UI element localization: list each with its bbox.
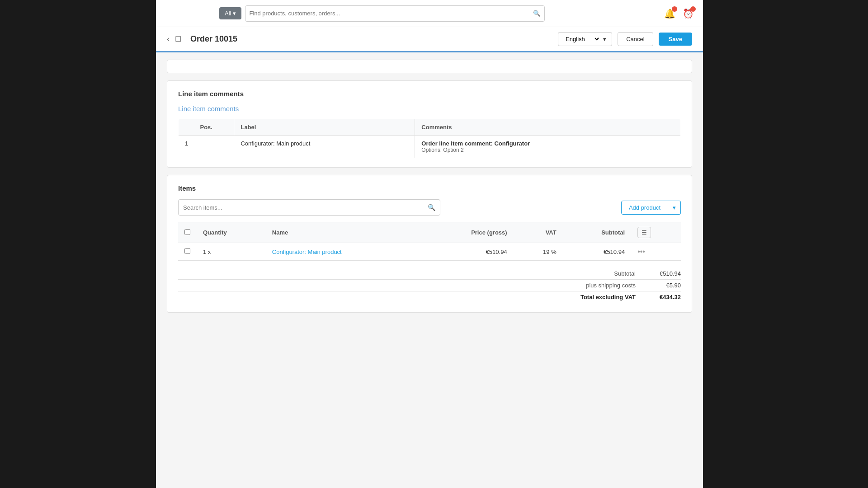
main-content: Line item comments Line item comments Po…	[156, 60, 703, 331]
line-item-comments-section-title: Line item comments	[178, 90, 681, 98]
search-input[interactable]	[249, 10, 533, 17]
row-menu-button[interactable]: •••	[637, 248, 645, 256]
search-input-wrap: 🔍	[245, 5, 545, 22]
cancel-button[interactable]: Cancel	[618, 32, 653, 46]
comments-header-row: Pos. Label Comments	[179, 119, 681, 136]
search-icon: 🔍	[428, 204, 435, 211]
add-product-group: Add product ▾	[621, 201, 681, 215]
back-icon: ‹	[167, 34, 170, 43]
shipping-row: plus shipping costs €5.90	[178, 280, 681, 291]
notification-badge	[672, 6, 677, 12]
subtotal-row: Subtotal €510.94	[178, 268, 681, 280]
column-settings-button[interactable]: ☰	[637, 227, 651, 238]
col-pos: Pos.	[179, 119, 234, 136]
language-select-wrapper[interactable]: English German French Spanish ▾	[558, 32, 612, 46]
items-header-row: Quantity Name Price (gross) VAT Subtotal…	[178, 222, 681, 243]
item-name-link[interactable]: Configurator: Main product	[272, 249, 342, 255]
comment-bold-text: Order line item comment: Configurator	[421, 140, 674, 147]
line-item-comments-inner-title: Line item comments	[178, 105, 681, 113]
save-button[interactable]: Save	[659, 33, 692, 46]
partial-top-card	[167, 60, 692, 73]
col-subtotal: Subtotal	[563, 222, 631, 243]
search-icon: 🔍	[533, 10, 541, 17]
comment-text: Order line item comment: Configurator Op…	[415, 136, 681, 158]
copy-button[interactable]: ☐	[175, 35, 181, 43]
copy-icon: ☐	[175, 35, 181, 43]
col-label: Label	[234, 119, 415, 136]
chevron-down-icon: ▾	[603, 36, 606, 42]
comments-table-header: Pos. Label Comments	[179, 119, 681, 136]
total-value: €434.32	[645, 294, 681, 300]
item-actions: •••	[631, 243, 681, 261]
col-vat: VAT	[514, 222, 563, 243]
page-title: Order 10015	[190, 34, 237, 44]
back-button[interactable]: ‹	[167, 34, 170, 44]
item-price-gross: €510.94	[421, 243, 513, 261]
nav-icons: 🔔 ⏰	[664, 8, 694, 19]
notification-bell-button[interactable]: 🔔	[664, 8, 675, 19]
subtotal-value: €510.94	[645, 270, 681, 277]
total-label: Total excluding VAT	[554, 294, 645, 300]
col-quantity: Quantity	[197, 222, 266, 243]
sub-header-left: ‹ ☐ Order 10015	[167, 34, 237, 44]
col-comments: Comments	[415, 119, 681, 136]
item-vat: 19 %	[514, 243, 563, 261]
items-table: Quantity Name Price (gross) VAT Subtotal…	[178, 222, 681, 261]
table-row: 1 x Configurator: Main product €510.94 1…	[178, 243, 681, 261]
top-navigation: All ▾ 🔍 🔔 ⏰	[156, 0, 703, 27]
comments-table-body: 1 Configurator: Main product Order line …	[179, 136, 681, 158]
subtotal-label: Subtotal	[554, 270, 645, 277]
items-search-input[interactable]	[183, 204, 428, 211]
chevron-down-icon: ▾	[673, 204, 676, 211]
shipping-value: €5.90	[645, 282, 681, 289]
chevron-down-icon: ▾	[233, 10, 236, 17]
search-submit-button[interactable]: 🔍	[533, 10, 541, 17]
alert-badge	[690, 6, 696, 12]
col-actions: ☰	[631, 222, 681, 243]
item-subtotal: €510.94	[563, 243, 631, 261]
items-table-header: Quantity Name Price (gross) VAT Subtotal…	[178, 222, 681, 243]
row-checkbox[interactable]	[184, 248, 190, 254]
line-item-comments-table: Pos. Label Comments 1 Configurator: Main…	[178, 119, 681, 158]
item-quantity: 1 x	[197, 243, 266, 261]
settings-icon: ☰	[642, 229, 647, 236]
items-table-body: 1 x Configurator: Main product €510.94 1…	[178, 243, 681, 261]
total-row: Total excluding VAT €434.32	[178, 291, 681, 303]
sub-header: ‹ ☐ Order 10015 English German French Sp…	[156, 27, 703, 52]
comment-sub-text: Options: Option 2	[421, 147, 674, 153]
search-filter-button[interactable]: All ▾	[219, 7, 241, 19]
shipping-label: plus shipping costs	[554, 282, 645, 289]
search-area: All ▾ 🔍	[219, 5, 545, 22]
alert-clock-button[interactable]: ⏰	[683, 8, 694, 19]
items-search-wrap: 🔍	[178, 199, 440, 216]
sub-header-right: English German French Spanish ▾ Cancel S…	[558, 32, 692, 46]
col-price-gross: Price (gross)	[421, 222, 513, 243]
comment-label: Configurator: Main product	[234, 136, 415, 158]
items-section: Items 🔍 Add product ▾	[167, 175, 692, 313]
line-item-comments-section: Line item comments Line item comments Po…	[167, 80, 692, 168]
table-row: 1 Configurator: Main product Order line …	[179, 136, 681, 158]
add-product-dropdown-button[interactable]: ▾	[668, 201, 681, 215]
col-name: Name	[266, 222, 421, 243]
comment-pos: 1	[179, 136, 234, 158]
items-section-title: Items	[178, 184, 681, 192]
select-all-checkbox[interactable]	[184, 229, 190, 235]
search-filter-label: All	[225, 10, 231, 17]
item-name: Configurator: Main product	[266, 243, 421, 261]
totals-section: Subtotal €510.94 plus shipping costs €5.…	[178, 264, 681, 303]
language-dropdown[interactable]: English German French Spanish	[564, 35, 600, 43]
items-toolbar: 🔍 Add product ▾	[178, 199, 681, 216]
row-checkbox-cell	[178, 243, 197, 261]
add-product-button[interactable]: Add product	[621, 201, 668, 215]
col-select-all	[178, 222, 197, 243]
